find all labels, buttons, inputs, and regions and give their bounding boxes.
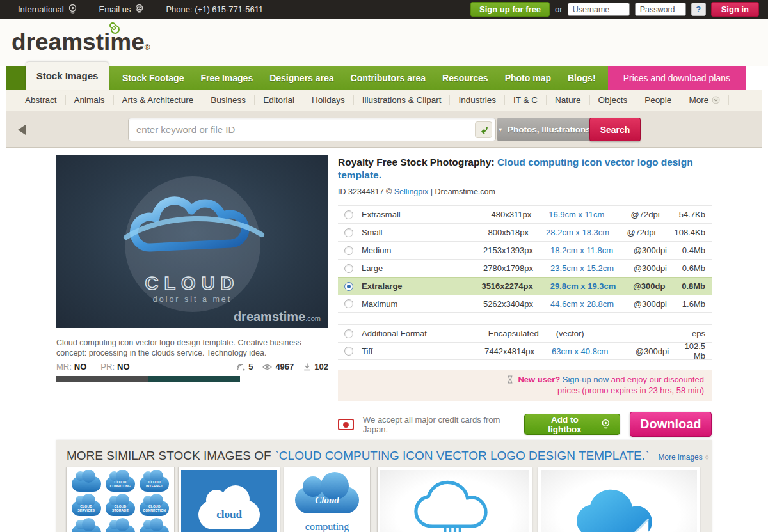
size-filesize: 1.6Mb: [682, 299, 705, 309]
thumbnail-cloud-word[interactable]: cloud: [178, 467, 280, 532]
image-stats: 5 4967 102: [237, 362, 328, 372]
nav-item-photo-map[interactable]: Photo map: [497, 73, 559, 83]
size-row-extrasmall[interactable]: Extrasmall 480x311px 16.9cm x 11cm @72dp…: [338, 205, 712, 223]
size-cm-link[interactable]: 16.9cm x 11cm: [548, 210, 630, 219]
main-nav: Stock Images Stock Footage Free Images D…: [6, 66, 746, 90]
title-prefix: Royalty Free Stock Photography:: [338, 157, 495, 168]
category-animals[interactable]: Animals: [66, 95, 114, 105]
radio-additional-format[interactable]: [344, 329, 353, 338]
category-arts-architecture[interactable]: Arts & Architecture: [114, 95, 203, 105]
nav-item-designers-area[interactable]: Designers area: [261, 73, 342, 83]
size-label: Extralarge: [362, 281, 464, 291]
radio-maximum[interactable]: [344, 299, 353, 308]
category-objects[interactable]: Objects: [590, 95, 637, 105]
image-id: ID 32344817 ©: [338, 187, 392, 196]
page-curl-cloud-icon: [574, 483, 664, 532]
search-submit-icon[interactable]: [475, 121, 492, 138]
size-cm-link[interactable]: 18.2cm x 11.8cm: [550, 246, 634, 255]
nav-tab-stock-images[interactable]: Stock Images: [26, 62, 109, 90]
author-link[interactable]: Sellingpix: [394, 187, 429, 196]
eye-icon: [262, 364, 272, 370]
international-link[interactable]: International: [18, 4, 77, 15]
size-dpi: @300dpi: [634, 246, 682, 255]
media-filter-dropdown[interactable]: ▼ Photos, Illustrations: [497, 118, 591, 141]
downloads-stat: 102: [303, 362, 328, 372]
email-us-link[interactable]: Email us: [99, 4, 145, 15]
search-button[interactable]: Search: [589, 118, 641, 141]
category-business[interactable]: Business: [202, 95, 255, 105]
email-us-label: Email us: [99, 4, 131, 14]
prices-plans-button[interactable]: Prices and download plans: [608, 66, 746, 90]
download-button[interactable]: Download: [630, 412, 712, 437]
outline-cloud-icon: [413, 480, 497, 532]
nav-items: Stock Footage Free Images Designers area…: [114, 66, 604, 90]
size-cm-link[interactable]: 23.5cm x 15.2cm: [550, 263, 634, 273]
nav-item-blogs[interactable]: Blogs!: [559, 73, 604, 83]
category-people[interactable]: People: [636, 95, 680, 105]
lightbox-icon: [601, 419, 611, 430]
signup-button[interactable]: Sign up for free: [470, 2, 550, 17]
size-label: Medium: [362, 246, 464, 255]
property-release: PR:NO: [100, 362, 129, 372]
dreamstime-logo[interactable]: dreamstime®: [12, 29, 150, 56]
nav-item-resources[interactable]: Resources: [434, 73, 497, 83]
radio-extralarge-checked[interactable]: [344, 282, 353, 291]
purchase-row: We accept all major credit cards from Ja…: [338, 412, 712, 437]
help-button[interactable]: ?: [691, 3, 706, 16]
search-input[interactable]: [136, 119, 463, 140]
size-label: Extrasmall: [362, 210, 463, 219]
signin-button[interactable]: Sign in: [711, 2, 759, 17]
size-row-tiff[interactable]: Tiff 7442x4814px 63cm x 40.8cm @300dpi 1…: [338, 342, 712, 360]
thumbnail-cloud-computing[interactable]: Cloud computing: [284, 467, 371, 532]
size-row-additional-format[interactable]: Additional Format Encapsulated (vector) …: [338, 324, 712, 342]
collapse-arrow-icon[interactable]: [18, 125, 26, 135]
cloud-shape: CLOUD INTERNET: [140, 476, 169, 492]
size-row-extralarge-selected[interactable]: Extralarge 3516x2274px 29.8cm x 19.3cm @…: [338, 277, 712, 295]
username-input[interactable]: [568, 3, 630, 16]
thumbnail-cloud-outline[interactable]: [377, 467, 532, 532]
category-industries[interactable]: Industries: [450, 95, 505, 105]
nav-item-free-images[interactable]: Free Images: [192, 73, 261, 83]
thumbnail-cloud-page-curl[interactable]: [538, 467, 700, 532]
new-user-promo: New user? Sign-up now and enjoy our disc…: [338, 370, 712, 401]
password-input[interactable]: [635, 3, 686, 16]
watermark-tld: .com: [305, 315, 321, 322]
image-caption: Cloud computing icon vector logo design …: [56, 338, 332, 358]
size-dpi: @300dpi: [634, 299, 682, 309]
nav-item-contributors-area[interactable]: Contributors area: [342, 73, 434, 83]
size-label: Maximum: [362, 299, 464, 309]
similar-heading: MORE SIMILAR STOCK IMAGES OF `CLOUD COMP…: [56, 440, 712, 463]
add-to-lightbox-button[interactable]: Add to lightbox: [524, 414, 620, 435]
size-cm-link[interactable]: 63cm x 40.8cm: [552, 347, 636, 356]
size-cm-link[interactable]: 44.6cm x 28.8cm: [550, 299, 634, 309]
size-cm-link[interactable]: 28.2cm x 18.3cm: [546, 228, 627, 237]
size-row-medium[interactable]: Medium 2153x1393px 18.2cm x 11.8cm @300d…: [338, 241, 712, 259]
promo-signup-link[interactable]: Sign-up now: [563, 375, 609, 384]
image-preview[interactable]: CLOUD dolor sit a met dreamstime.com: [56, 155, 328, 328]
size-row-maximum[interactable]: Maximum 5262x3404px 44.6cm x 28.8cm @300…: [338, 295, 712, 313]
category-editorial[interactable]: Editorial: [255, 95, 303, 105]
category-holidays[interactable]: Holidays: [303, 95, 354, 105]
thumbnail-cloud-icon-set[interactable]: CLOUD COMPUTING CLOUD INTERNET CLOUD SER…: [66, 467, 175, 532]
radio-extrasmall[interactable]: [344, 210, 353, 219]
cloud-label: CLOUD STORAGE: [106, 501, 135, 516]
size-row-small[interactable]: Small 800x518px 28.2cm x 18.3cm @72dpi 1…: [338, 223, 712, 241]
category-it-c[interactable]: IT & C: [505, 95, 547, 105]
more-images-link[interactable]: More images ◊: [658, 453, 708, 462]
cloud-shape: [106, 525, 135, 532]
category-abstract[interactable]: Abstract: [17, 95, 66, 105]
size-cm-link[interactable]: 29.8cm x 19.3cm: [550, 281, 634, 291]
radio-medium[interactable]: [344, 246, 353, 255]
radio-large[interactable]: [344, 264, 353, 273]
size-pixels: 2780x1798px: [464, 263, 533, 273]
category-more-dropdown[interactable]: More: [680, 95, 729, 105]
size-filesize: 54.7Kb: [679, 210, 705, 219]
category-illustrations-clipart[interactable]: Illustrations & Clipart: [354, 95, 451, 105]
cloud-shape: CLOUD STORAGE: [106, 501, 135, 516]
size-row-large[interactable]: Large 2780x1798px 23.5cm x 15.2cm @300dp…: [338, 259, 712, 277]
radio-small[interactable]: [344, 228, 353, 237]
radio-tiff[interactable]: [344, 347, 353, 356]
japan-flag-icon: [338, 419, 354, 430]
category-nature[interactable]: Nature: [547, 95, 590, 105]
nav-item-stock-footage[interactable]: Stock Footage: [114, 73, 192, 83]
